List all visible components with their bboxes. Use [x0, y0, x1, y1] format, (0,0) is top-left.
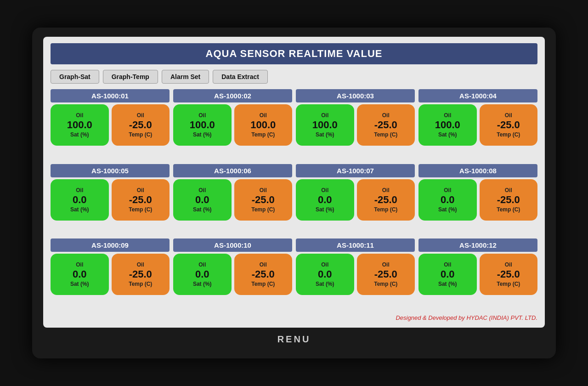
- sensor-group-3: AS-1000:03Oil100.0Sat (%)Oil-25.0Temp (C…: [296, 89, 415, 160]
- sensor-card-11-2[interactable]: Oil-25.0Temp (C): [357, 254, 415, 295]
- sensor-group-1: AS-1000:01Oil100.0Sat (%)Oil-25.0Temp (C…: [51, 89, 170, 160]
- sensor-label-9: AS-1000:09: [51, 238, 170, 252]
- nav-btn-graph-temp[interactable]: Graph-Temp: [103, 70, 158, 84]
- card-label-bot: Sat (%): [70, 206, 89, 213]
- card-value: -25.0: [497, 269, 520, 280]
- card-label-top: Oil: [137, 261, 144, 268]
- nav-bar: Graph-SatGraph-TempAlarm SetData Extract: [51, 68, 537, 85]
- card-value: -25.0: [374, 269, 397, 280]
- card-label-top: Oil: [444, 112, 451, 119]
- sensor-group-5: AS-1000:05Oil0.0Sat (%)Oil-25.0Temp (C): [51, 164, 170, 235]
- card-label-bot: Temp (C): [251, 206, 275, 213]
- sensor-card-4-1[interactable]: Oil100.0Sat (%): [418, 104, 477, 146]
- card-label-top: Oil: [198, 261, 206, 268]
- card-label-top: Oil: [321, 261, 328, 268]
- card-label-bot: Sat (%): [316, 281, 334, 287]
- sensor-group-12: AS-1000:12Oil0.0Sat (%)Oil-25.0Temp (C): [418, 238, 537, 310]
- sensor-card-10-2[interactable]: Oil-25.0Temp (C): [234, 254, 293, 295]
- card-value: 0.0: [318, 194, 332, 205]
- sensor-cards-9: Oil0.0Sat (%)Oil-25.0Temp (C): [51, 254, 170, 295]
- sensor-card-5-2[interactable]: Oil-25.0Temp (C): [112, 179, 170, 221]
- monitor-brand: RENU: [43, 334, 545, 345]
- sensor-card-4-2[interactable]: Oil-25.0Temp (C): [480, 104, 538, 146]
- sensor-card-2-1[interactable]: Oil100.0Sat (%): [173, 104, 232, 146]
- sensor-card-3-2[interactable]: Oil-25.0Temp (C): [357, 104, 415, 146]
- sensor-card-1-1[interactable]: Oil100.0Sat (%): [51, 104, 109, 146]
- nav-btn-graph-sat[interactable]: Graph-Sat: [51, 70, 99, 84]
- monitor: AQUA SENSOR REALTIME VALUE Graph-SatGrap…: [32, 28, 556, 358]
- sensor-card-5-1[interactable]: Oil0.0Sat (%): [51, 179, 109, 221]
- card-label-top: Oil: [260, 112, 267, 119]
- card-label-bot: Temp (C): [497, 131, 520, 138]
- card-label-bot: Temp (C): [129, 281, 152, 287]
- card-label-bot: Sat (%): [193, 206, 212, 213]
- sensor-cards-12: Oil0.0Sat (%)Oil-25.0Temp (C): [418, 254, 537, 295]
- card-value: -25.0: [497, 194, 520, 205]
- card-value: 100.0: [67, 119, 92, 131]
- card-value: -25.0: [252, 269, 275, 280]
- card-label-top: Oil: [505, 261, 512, 268]
- card-value: 100.0: [435, 119, 460, 131]
- card-label-top: Oil: [76, 112, 83, 119]
- card-value: 0.0: [318, 269, 332, 280]
- sensor-card-12-2[interactable]: Oil-25.0Temp (C): [480, 254, 538, 295]
- card-label-top: Oil: [137, 112, 144, 119]
- sensor-card-10-1[interactable]: Oil0.0Sat (%): [173, 254, 232, 295]
- card-label-bot: Sat (%): [70, 131, 89, 138]
- nav-btn-data-extract[interactable]: Data Extract: [213, 70, 268, 84]
- card-value: -25.0: [129, 194, 152, 205]
- sensor-cards-1: Oil100.0Sat (%)Oil-25.0Temp (C): [51, 104, 170, 146]
- sensor-group-11: AS-1000:11Oil0.0Sat (%)Oil-25.0Temp (C): [296, 238, 415, 310]
- sensor-card-12-1[interactable]: Oil0.0Sat (%): [418, 254, 477, 295]
- card-label-bot: Sat (%): [70, 281, 89, 287]
- sensor-label-4: AS-1000:04: [418, 89, 537, 102]
- sensor-cards-11: Oil0.0Sat (%)Oil-25.0Temp (C): [296, 254, 415, 295]
- sensor-card-6-2[interactable]: Oil-25.0Temp (C): [234, 179, 293, 221]
- sensor-card-8-2[interactable]: Oil-25.0Temp (C): [480, 179, 538, 221]
- sensor-card-9-1[interactable]: Oil0.0Sat (%): [51, 254, 109, 295]
- sensor-label-3: AS-1000:03: [296, 89, 415, 102]
- card-label-top: Oil: [382, 112, 390, 119]
- card-label-top: Oil: [198, 112, 206, 119]
- card-value: 100.0: [190, 119, 215, 131]
- card-value: -25.0: [497, 119, 520, 131]
- card-label-top: Oil: [444, 187, 451, 193]
- sensor-card-8-1[interactable]: Oil0.0Sat (%): [418, 179, 477, 221]
- sensor-group-4: AS-1000:04Oil100.0Sat (%)Oil-25.0Temp (C…: [418, 89, 537, 160]
- card-label-bot: Sat (%): [438, 281, 457, 287]
- card-label-top: Oil: [444, 261, 451, 268]
- footer-text: Designed & Developed by HYDAC (INDIA) PV…: [51, 313, 537, 321]
- card-value: 0.0: [195, 269, 209, 280]
- card-value: -25.0: [129, 269, 152, 280]
- nav-btn-alarm-set[interactable]: Alarm Set: [162, 70, 209, 84]
- sensors-grid: AS-1000:01Oil100.0Sat (%)Oil-25.0Temp (C…: [51, 89, 537, 310]
- card-value: 0.0: [441, 269, 455, 280]
- sensor-cards-8: Oil0.0Sat (%)Oil-25.0Temp (C): [418, 179, 537, 221]
- sensor-card-6-1[interactable]: Oil0.0Sat (%): [173, 179, 232, 221]
- sensor-card-2-2[interactable]: Oil100.0Temp (C): [234, 104, 293, 146]
- card-label-bot: Temp (C): [251, 281, 275, 287]
- card-label-top: Oil: [505, 187, 512, 193]
- sensor-card-1-2[interactable]: Oil-25.0Temp (C): [112, 104, 170, 146]
- screen: AQUA SENSOR REALTIME VALUE Graph-SatGrap…: [43, 37, 545, 328]
- card-value: -25.0: [252, 194, 275, 205]
- sensor-label-1: AS-1000:01: [51, 89, 170, 102]
- sensor-card-7-2[interactable]: Oil-25.0Temp (C): [357, 179, 415, 221]
- card-value: -25.0: [374, 119, 397, 131]
- card-label-bot: Temp (C): [129, 131, 152, 138]
- card-label-top: Oil: [382, 187, 390, 193]
- sensor-cards-4: Oil100.0Sat (%)Oil-25.0Temp (C): [418, 104, 537, 146]
- sensor-card-9-2[interactable]: Oil-25.0Temp (C): [112, 254, 170, 295]
- sensor-card-11-1[interactable]: Oil0.0Sat (%): [296, 254, 354, 295]
- card-value: -25.0: [129, 119, 152, 131]
- card-label-bot: Temp (C): [497, 281, 520, 287]
- card-label-top: Oil: [321, 112, 328, 119]
- card-value: 100.0: [312, 119, 338, 131]
- card-label-top: Oil: [76, 187, 83, 193]
- card-label-bot: Sat (%): [193, 131, 212, 138]
- sensor-card-3-1[interactable]: Oil100.0Sat (%): [296, 104, 354, 146]
- card-label-top: Oil: [137, 187, 144, 193]
- sensor-group-10: AS-1000:10Oil0.0Sat (%)Oil-25.0Temp (C): [173, 238, 292, 310]
- sensor-label-5: AS-1000:05: [51, 164, 170, 177]
- sensor-card-7-1[interactable]: Oil0.0Sat (%): [296, 179, 354, 221]
